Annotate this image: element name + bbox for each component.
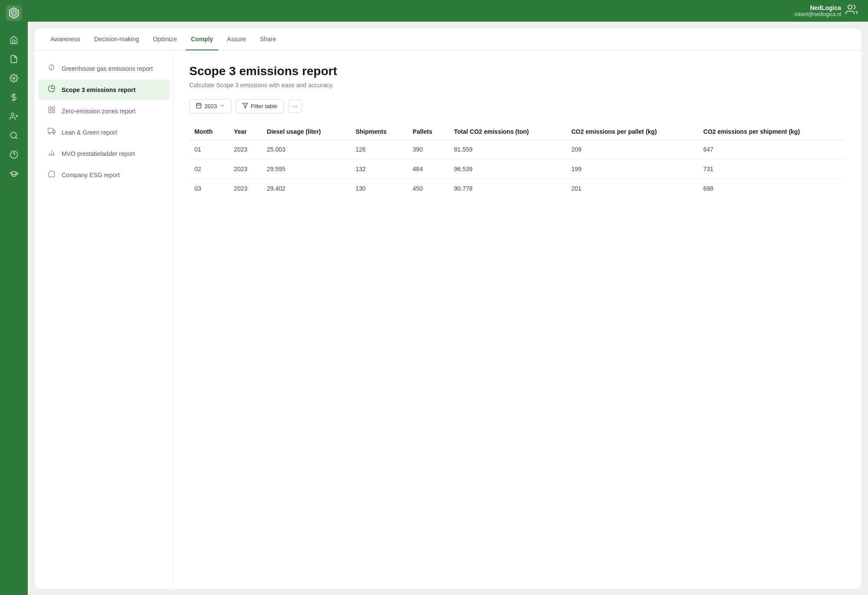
main-content: Scope 3 emissions report Calculate Scope… xyxy=(174,50,861,589)
calendar-icon xyxy=(196,102,202,110)
user-info: NedLogica robert@nedlogica.nl xyxy=(794,3,858,18)
cell-co2_per_shipment: 731 xyxy=(698,159,845,179)
svg-point-5 xyxy=(11,113,14,116)
main-area: NedLogica robert@nedlogica.nl Awareness … xyxy=(28,0,868,595)
inner-layout: Greenhouse gas emissions report Scope 3 … xyxy=(35,50,861,589)
content-card: Awareness Decision-making Optimize Compl… xyxy=(35,29,861,589)
filter-table-button[interactable]: Filter table xyxy=(236,99,284,113)
col-total-co2: Total CO2 emissions (ton) xyxy=(449,124,566,140)
cell-total_co2: 90.778 xyxy=(449,179,566,198)
tab-assure[interactable]: Assure xyxy=(222,29,251,50)
side-panel-label-scope3: Scope 3 emissions report xyxy=(62,86,135,93)
side-panel-label-greenhouse: Greenhouse gas emissions report xyxy=(62,65,153,72)
cell-pallets: 484 xyxy=(408,159,449,179)
more-options-button[interactable]: ··· xyxy=(288,99,302,113)
svg-point-3 xyxy=(13,77,15,79)
sidebar-icon-add-user[interactable] xyxy=(5,108,23,125)
col-year: Year xyxy=(229,124,262,140)
side-panel-item-greenhouse[interactable]: Greenhouse gas emissions report xyxy=(38,58,170,79)
side-panel-label-mvo: MVO prestatieladder report xyxy=(62,150,135,157)
svg-rect-16 xyxy=(49,111,51,113)
top-header: NedLogica robert@nedlogica.nl xyxy=(28,0,868,22)
svg-marker-29 xyxy=(243,103,248,108)
tab-comply[interactable]: Comply xyxy=(186,29,218,50)
cell-pallets: 390 xyxy=(408,140,449,159)
report-title: Scope 3 emissions report xyxy=(189,64,845,78)
year-filter-label: 2023 xyxy=(204,103,217,109)
filter-icon xyxy=(242,102,248,110)
side-panel-item-zero-emission[interactable]: Zero-emission zones report xyxy=(38,101,170,121)
side-panel-label-lean-green: Lean & Green report xyxy=(62,129,117,136)
tab-share[interactable]: Share xyxy=(255,29,281,50)
cell-co2_per_pallet: 201 xyxy=(566,179,698,198)
tab-optimize[interactable]: Optimize xyxy=(148,29,182,50)
tab-decision-making[interactable]: Decision-making xyxy=(89,29,144,50)
cell-co2_per_pallet: 209 xyxy=(566,140,698,159)
cell-total_co2: 96.539 xyxy=(449,159,566,179)
cell-shipments: 126 xyxy=(350,140,408,159)
cell-pallets: 450 xyxy=(408,179,449,198)
report-description: Calculate Scope 3 emissions with ease an… xyxy=(189,82,845,89)
bar-chart-icon xyxy=(47,149,56,159)
cell-month: 01 xyxy=(189,140,229,159)
svg-rect-17 xyxy=(48,128,53,132)
cell-year: 2023 xyxy=(229,179,262,198)
cell-diesel: 29.402 xyxy=(262,179,350,198)
side-panel-item-lean-green[interactable]: Lean & Green report xyxy=(38,122,170,142)
cell-co2_per_pallet: 199 xyxy=(566,159,698,179)
side-panel-item-mvo[interactable]: MVO prestatieladder report xyxy=(38,143,170,164)
user-email: robert@nedlogica.nl xyxy=(794,11,841,17)
app-logo[interactable] xyxy=(6,5,22,21)
side-panel-label-esg: Company ESG report xyxy=(62,172,120,178)
table-row: 02202329.59513248496.539199731 xyxy=(189,159,845,179)
user-details: NedLogica robert@nedlogica.nl xyxy=(794,4,841,17)
sidebar-icon-document[interactable] xyxy=(5,50,23,68)
svg-rect-14 xyxy=(53,107,55,109)
more-icon: ··· xyxy=(293,103,298,109)
svg-point-19 xyxy=(49,132,50,134)
table-row: 03202329.40213045090.778201698 xyxy=(189,179,845,198)
sidebar-icon-search[interactable] xyxy=(5,127,23,144)
cell-month: 03 xyxy=(189,179,229,198)
truck-icon xyxy=(47,127,56,137)
cell-year: 2023 xyxy=(229,140,262,159)
emissions-table: Month Year Diesel usage (liter) Shipment… xyxy=(189,124,845,198)
sidebar-icon-finance[interactable] xyxy=(5,89,23,106)
svg-line-9 xyxy=(16,137,17,139)
col-co2-per-pallet: CO2 emissions per pallet (kg) xyxy=(566,124,698,140)
table-header-row: Month Year Diesel usage (liter) Shipment… xyxy=(189,124,845,140)
sidebar-icon-home[interactable] xyxy=(5,31,23,49)
content-wrapper: Awareness Decision-making Optimize Compl… xyxy=(28,22,868,595)
cell-shipments: 130 xyxy=(350,179,408,198)
side-panel-item-esg[interactable]: Company ESG report xyxy=(38,165,170,185)
cell-month: 02 xyxy=(189,159,229,179)
svg-point-8 xyxy=(11,132,16,138)
sidebar-icon-graduation[interactable] xyxy=(5,165,23,182)
col-co2-per-shipment: CO2 emissions per shipment (kg) xyxy=(698,124,845,140)
side-panel-item-scope3[interactable]: Scope 3 emissions report xyxy=(38,79,170,100)
user-avatar-icon[interactable] xyxy=(845,3,858,18)
col-diesel: Diesel usage (liter) xyxy=(262,124,350,140)
tab-awareness[interactable]: Awareness xyxy=(45,29,85,50)
filter-table-label: Filter table xyxy=(251,103,277,109)
svg-marker-2 xyxy=(11,10,16,17)
cell-total_co2: 81.559 xyxy=(449,140,566,159)
year-filter-button[interactable]: 2023 xyxy=(189,99,231,113)
cell-co2_per_shipment: 698 xyxy=(698,179,845,198)
svg-rect-25 xyxy=(197,103,201,108)
chart-pie-icon xyxy=(47,85,56,95)
chevron-down-icon xyxy=(220,103,225,109)
col-shipments: Shipments xyxy=(350,124,408,140)
side-panel: Greenhouse gas emissions report Scope 3 … xyxy=(35,50,174,589)
leaf-icon xyxy=(47,63,56,73)
side-panel-label-zero-emission: Zero-emission zones report xyxy=(62,108,135,115)
toolbar: 2023 Filter table ··· xyxy=(189,99,845,113)
cell-year: 2023 xyxy=(229,159,262,179)
nav-tabs: Awareness Decision-making Optimize Compl… xyxy=(35,29,861,50)
col-pallets: Pallets xyxy=(408,124,449,140)
table-row: 01202325.00312639081.559209647 xyxy=(189,140,845,159)
svg-point-20 xyxy=(53,132,55,134)
sidebar-icon-settings[interactable] xyxy=(5,69,23,87)
sidebar-icon-help[interactable] xyxy=(5,146,23,163)
svg-rect-15 xyxy=(53,111,55,113)
